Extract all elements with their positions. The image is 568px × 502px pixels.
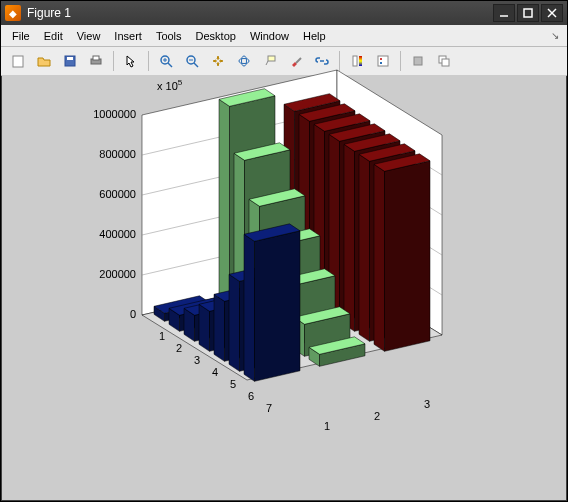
menubar: File Edit View Insert Tools Desktop Wind… bbox=[1, 25, 567, 47]
separator bbox=[148, 51, 149, 71]
svg-text:0: 0 bbox=[130, 308, 136, 320]
pan-icon[interactable] bbox=[206, 49, 230, 73]
axes-3d[interactable]: x 105 0 200000 400000 600000 800000 1000… bbox=[82, 95, 502, 475]
svg-rect-8 bbox=[93, 56, 99, 60]
svg-marker-62 bbox=[374, 164, 385, 351]
svg-text:3: 3 bbox=[424, 398, 430, 410]
svg-rect-24 bbox=[378, 56, 388, 66]
svg-marker-101 bbox=[229, 274, 240, 371]
svg-text:6: 6 bbox=[248, 390, 254, 402]
svg-marker-98 bbox=[214, 294, 225, 361]
link-icon[interactable] bbox=[310, 49, 334, 73]
svg-marker-95 bbox=[199, 304, 210, 351]
svg-text:400000: 400000 bbox=[99, 228, 136, 240]
menu-desktop[interactable]: Desktop bbox=[189, 28, 243, 44]
colorbar-icon[interactable] bbox=[345, 49, 369, 73]
svg-text:2: 2 bbox=[374, 410, 380, 422]
close-button[interactable] bbox=[541, 4, 563, 22]
separator bbox=[339, 51, 340, 71]
svg-text:5: 5 bbox=[230, 378, 236, 390]
window-title: Figure 1 bbox=[27, 6, 491, 20]
svg-marker-65 bbox=[219, 99, 230, 306]
svg-rect-27 bbox=[414, 57, 422, 65]
datacursor-icon[interactable] bbox=[258, 49, 282, 73]
svg-marker-63 bbox=[385, 161, 431, 351]
print-icon[interactable] bbox=[84, 49, 108, 73]
maximize-button[interactable] bbox=[517, 4, 539, 22]
svg-text:2: 2 bbox=[176, 342, 182, 354]
svg-point-16 bbox=[239, 59, 249, 64]
titlebar: ◆ Figure 1 bbox=[1, 1, 567, 25]
menu-edit[interactable]: Edit bbox=[37, 28, 70, 44]
svg-text:600000: 600000 bbox=[99, 188, 136, 200]
bar3-plot[interactable]: x 105 0 200000 400000 600000 800000 1000… bbox=[82, 95, 502, 475]
svg-text:200000: 200000 bbox=[99, 268, 136, 280]
pointer-icon[interactable] bbox=[119, 49, 143, 73]
z-ticks: 0 200000 400000 600000 800000 1000000 bbox=[93, 108, 136, 320]
save-icon[interactable] bbox=[58, 49, 82, 73]
svg-rect-4 bbox=[13, 56, 23, 67]
menu-insert[interactable]: Insert bbox=[107, 28, 149, 44]
menu-tools[interactable]: Tools bbox=[149, 28, 189, 44]
svg-rect-29 bbox=[442, 59, 449, 66]
svg-marker-104 bbox=[244, 234, 255, 381]
multiplier-label: x 105 bbox=[157, 78, 183, 92]
svg-text:1000000: 1000000 bbox=[93, 108, 136, 120]
svg-rect-23 bbox=[359, 56, 362, 66]
figure-window: ◆ Figure 1 File Edit View Insert Tools D… bbox=[0, 0, 568, 502]
zoom-out-icon[interactable] bbox=[180, 49, 204, 73]
svg-rect-18 bbox=[268, 56, 275, 61]
svg-text:4: 4 bbox=[212, 366, 218, 378]
svg-text:1: 1 bbox=[324, 420, 330, 432]
svg-rect-6 bbox=[67, 57, 73, 60]
svg-rect-1 bbox=[524, 9, 532, 17]
legend-icon[interactable] bbox=[371, 49, 395, 73]
svg-marker-56 bbox=[344, 144, 355, 331]
figure-canvas[interactable]: x 105 0 200000 400000 600000 800000 1000… bbox=[2, 75, 566, 500]
svg-point-17 bbox=[242, 56, 247, 66]
y-ticks: 1 2 3 bbox=[324, 398, 430, 432]
brush-icon[interactable] bbox=[284, 49, 308, 73]
open-icon[interactable] bbox=[32, 49, 56, 73]
hide-tools-icon[interactable] bbox=[406, 49, 430, 73]
menu-corner-icon[interactable]: ↘ bbox=[551, 30, 563, 41]
menu-view[interactable]: View bbox=[70, 28, 108, 44]
svg-text:800000: 800000 bbox=[99, 148, 136, 160]
svg-line-10 bbox=[168, 63, 172, 67]
svg-line-19 bbox=[266, 61, 268, 65]
separator bbox=[113, 51, 114, 71]
svg-text:1: 1 bbox=[159, 330, 165, 342]
svg-rect-22 bbox=[353, 56, 357, 66]
toolbar bbox=[1, 47, 567, 76]
show-tools-icon[interactable] bbox=[432, 49, 456, 73]
zoom-in-icon[interactable] bbox=[154, 49, 178, 73]
separator bbox=[400, 51, 401, 71]
svg-line-20 bbox=[296, 58, 301, 63]
menu-help[interactable]: Help bbox=[296, 28, 333, 44]
menu-file[interactable]: File bbox=[5, 28, 37, 44]
svg-text:3: 3 bbox=[194, 354, 200, 366]
svg-text:7: 7 bbox=[266, 402, 272, 414]
svg-marker-105 bbox=[255, 231, 301, 381]
matlab-logo-icon: ◆ bbox=[5, 5, 21, 21]
menu-window[interactable]: Window bbox=[243, 28, 296, 44]
minimize-button[interactable] bbox=[493, 4, 515, 22]
rotate3d-icon[interactable] bbox=[232, 49, 256, 73]
svg-marker-59 bbox=[359, 154, 370, 341]
new-figure-icon[interactable] bbox=[6, 49, 30, 73]
svg-line-14 bbox=[194, 63, 198, 67]
